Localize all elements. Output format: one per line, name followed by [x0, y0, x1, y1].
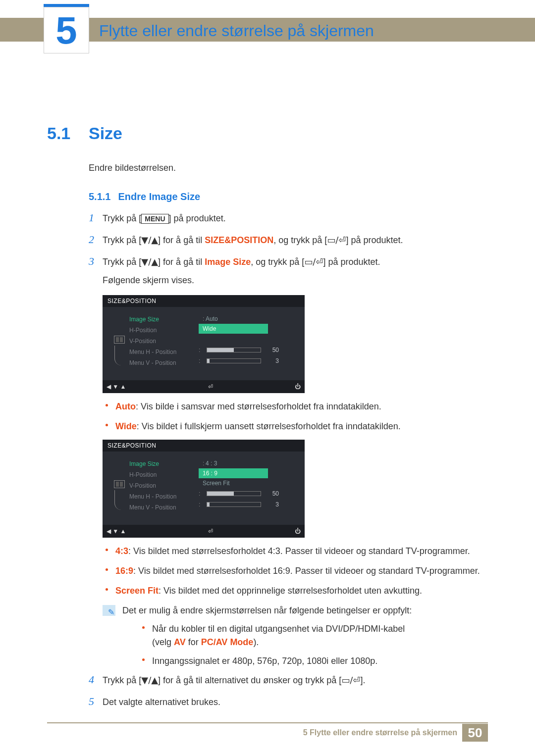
- osd-label: V-Position: [129, 480, 199, 491]
- osd-left-column: [109, 458, 129, 513]
- text: Trykk på [: [103, 257, 141, 267]
- slider-value: 50: [266, 347, 279, 353]
- osd-left-column: [109, 314, 129, 368]
- text: : Vis bildet i fullskjerm uansett større…: [137, 421, 401, 431]
- up-icon: ▲: [120, 528, 126, 535]
- text: : Vis bildet med det opprinnelige større…: [159, 586, 422, 596]
- target-label: SIZE&POSITION: [205, 235, 273, 245]
- osd-footer: ◀· ▼· ▲ ⏎ ⏻: [103, 525, 305, 538]
- osd-labels: Image Size H-Position V-Position Menu H …: [129, 458, 199, 513]
- text: ] på produktet.: [346, 235, 403, 245]
- step-2: 2 Trykk på [▼/▲] for å gå til SIZE&POSIT…: [89, 233, 488, 247]
- text: Trykk på [: [103, 235, 141, 245]
- step-5: 5 Det valgte alternativet brukes.: [89, 695, 488, 709]
- text: ).: [253, 637, 259, 647]
- subsection-number: 5.1.1: [89, 191, 110, 202]
- bullet-wide: Wide: Vis bildet i fullskjerm uansett st…: [103, 420, 488, 433]
- enter-icon: ⏎: [208, 383, 213, 390]
- subsection-heading: 5.1.1 Endre Image Size: [89, 191, 488, 202]
- step-number: 5: [89, 695, 103, 708]
- footer-label: 5 Flytte eller endre størrelse på skjerm…: [303, 728, 457, 737]
- av-label: AV: [174, 637, 186, 647]
- step-list-lower: 4 Trykk på [▼/▲] for å gå til alternativ…: [89, 673, 488, 709]
- osd-option-auto: :Auto: [199, 314, 268, 324]
- bullet-fit: Screen Fit: Vis bildet med det opprinnel…: [103, 584, 488, 597]
- updown-icon: ▼/▲: [141, 235, 158, 245]
- osd-screenshot-1: SIZE&POSITION Image Size H-Position V-Po…: [103, 295, 488, 393]
- bullet-auto: Auto: Vis bilde i samsvar med størrelses…: [103, 400, 488, 413]
- text: , og trykk på [: [273, 235, 327, 245]
- text: 4 : 3: [206, 460, 217, 467]
- step-body: Trykk på [▼/▲] for å gå til SIZE&POSITIO…: [103, 233, 488, 247]
- osd-footer: ◀· ▼· ▲ ⏎ ⏻: [103, 380, 305, 393]
- osd-option-fit: Screen Fit: [199, 478, 268, 488]
- bullet-43: 4:3: Vis bildet med størrelsesforholdet …: [103, 545, 488, 557]
- target-label: Image Size: [205, 257, 251, 267]
- mode-label: PC/AV Mode: [201, 637, 254, 647]
- osd-slider-row: : 3: [199, 499, 298, 510]
- step-number: 3: [89, 255, 103, 268]
- slider: [207, 491, 261, 496]
- chapter-number-box: 5: [44, 4, 89, 53]
- page-number: 50: [462, 724, 488, 742]
- slider-value: 50: [266, 490, 279, 497]
- osd-panel: SIZE&POSITION Image Size H-Position V-Po…: [103, 295, 305, 393]
- osd-body: Image Size H-Position V-Position Menu H …: [103, 307, 305, 380]
- text: (velg: [152, 637, 174, 647]
- slider: [207, 348, 261, 353]
- osd-panel: SIZE&POSITION Image Size H-Position V-Po…: [103, 440, 305, 538]
- osd-option-43: :4 : 3: [199, 458, 268, 468]
- step-body: Det valgte alternativet brukes.: [103, 696, 488, 709]
- step-4: 4 Trykk på [▼/▲] for å gå til alternativ…: [89, 673, 488, 687]
- note-block: Det er mulig å endre skjermstørrelsen nå…: [103, 604, 488, 617]
- updown-icon: ▼/▲: [141, 675, 158, 685]
- text: Trykk på [: [103, 675, 141, 685]
- bullet-169: 16:9: Vis bildet med størrelsesforholdet…: [103, 564, 488, 577]
- osd-option-169: 16 : 9: [199, 468, 268, 478]
- decor-arc: [114, 490, 124, 510]
- osd-label: Image Size: [129, 314, 199, 325]
- page-content: 5.1 Size Endre bildestørrelsen. 5.1.1 En…: [47, 124, 488, 717]
- text: for: [186, 637, 201, 647]
- osd-body: Image Size H-Position V-Position Menu H …: [103, 452, 305, 525]
- osd-title: SIZE&POSITION: [103, 440, 305, 452]
- left-icon: ◀: [107, 383, 111, 390]
- osd-option-wide: Wide: [199, 324, 268, 334]
- step-1: 1 Trykk på [MENU] på produktet.: [89, 211, 488, 225]
- text: Auto: [206, 315, 218, 322]
- osd-slider-row: : 50: [199, 488, 298, 499]
- osd-labels: Image Size H-Position V-Position Menu H …: [129, 314, 199, 368]
- text: ] for å gå til: [158, 235, 205, 245]
- step-body: Trykk på [▼/▲] for å gå til Image Size, …: [103, 255, 488, 287]
- osd-title: SIZE&POSITION: [103, 295, 305, 307]
- power-icon: ⏻: [295, 528, 301, 535]
- text: ] på produktet.: [323, 257, 380, 267]
- text: ] for å gå til alternativet du ønsker og…: [158, 675, 341, 685]
- section-intro: Endre bildestørrelsen.: [89, 163, 488, 173]
- section-number: 5.1: [47, 124, 89, 143]
- osd-slider-row: : 3: [199, 355, 298, 366]
- up-icon: ▲: [120, 383, 126, 390]
- step-list: 1 Trykk på [MENU] på produktet. 2 Trykk …: [89, 211, 488, 287]
- position-icon: [114, 336, 125, 344]
- section-heading: 5.1 Size: [47, 124, 488, 143]
- enter-icon: ▭/⏎: [327, 235, 346, 245]
- label: 16:9: [115, 566, 133, 576]
- decor-arc: [114, 346, 124, 365]
- osd-label: V-Position: [129, 336, 199, 347]
- step-body: Trykk på [▼/▲] for å gå til alternativet…: [103, 673, 488, 687]
- power-icon: ⏻: [295, 383, 301, 390]
- step-subtext: Følgende skjerm vises.: [103, 274, 488, 287]
- bullet-list-1: Auto: Vis bilde i samsvar med størrelses…: [103, 400, 488, 433]
- step-body: Trykk på [MENU] på produktet.: [103, 212, 488, 225]
- label: Auto: [115, 402, 136, 411]
- enter-icon: ▭/⏎: [304, 256, 323, 267]
- osd-label: Menu V - Position: [129, 357, 199, 368]
- note-bullet-2: Inngangssignalet er 480p, 576p, 720p, 10…: [139, 655, 488, 667]
- down-icon: ▼: [112, 528, 118, 535]
- subsection-title: Endre Image Size: [118, 191, 201, 202]
- osd-label: Menu V - Position: [129, 502, 199, 513]
- step-number: 2: [89, 233, 103, 246]
- slider: [207, 502, 261, 507]
- step-3: 3 Trykk på [▼/▲] for å gå til Image Size…: [89, 255, 488, 287]
